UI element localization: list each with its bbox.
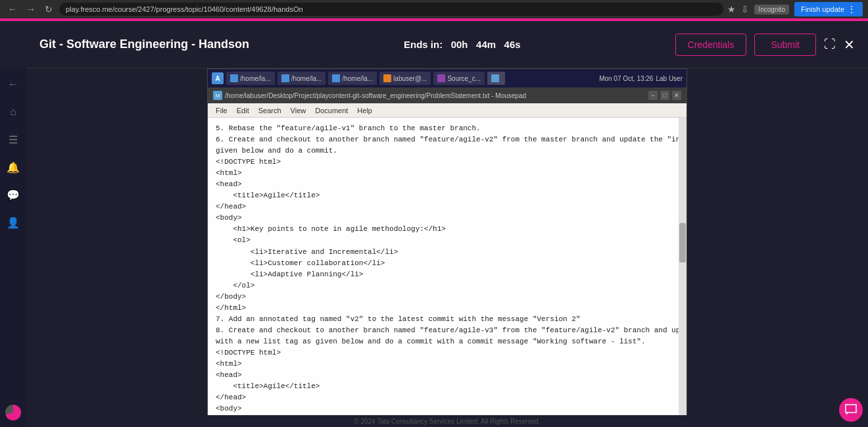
editor-line-9: <title>Agile</title> (216, 190, 673, 201)
editor-line-15: <li>Customer collaboration</li> (216, 258, 673, 269)
back-nav-button[interactable]: ← (5, 3, 20, 16)
close-icon-button[interactable]: ✕ (844, 37, 855, 53)
incognito-badge: Incognito (754, 5, 789, 14)
editor-line-3: 6. Create and checkout to another branch… (216, 134, 673, 145)
vertical-scrollbar[interactable] (679, 118, 687, 427)
editor-line-30: </head> (216, 392, 673, 403)
editor-line-27: <html> (216, 359, 673, 370)
taskbar-app-btn-3[interactable]: /home/la... (328, 72, 377, 85)
expand-icon-button[interactable]: ⛶ (824, 38, 836, 51)
timer-minutes: 44m (476, 39, 496, 50)
app-icon-1 (230, 74, 238, 82)
vm-window: A /home/la... /home/la... /home/la... la… (207, 68, 687, 427)
maximize-button[interactable]: □ (660, 91, 669, 100)
minimize-button[interactable]: − (648, 91, 658, 100)
taskbar-app-btn-2[interactable]: /home/la... (277, 72, 326, 85)
url-bar[interactable]: play.fresco.me/course/2427/progress/topi… (59, 3, 723, 16)
timer-hours: 00h (451, 39, 468, 50)
taskbar-app-label-5: Source_c... (447, 75, 481, 82)
mousepad-window: M /home/labuser/Desktop/Project/playcont… (208, 88, 687, 427)
editor-line-17: </ol> (216, 280, 673, 291)
editor-line-14: <li>Iterative and Incremental</li> (216, 247, 673, 258)
editor-wrapper: 5. Rebase the "feature/agile-v1" branch … (208, 118, 687, 427)
menu-view[interactable]: View (287, 105, 310, 116)
copyright-bar: © 2024 Tata Consultancy Services Limited… (26, 415, 868, 427)
browser-chrome: ← → ↻ play.fresco.me/course/2427/progres… (0, 0, 868, 18)
taskbar-app-btn-4[interactable]: labuser@... (379, 72, 431, 85)
editor-line-24: with a new list tag as given below and d… (216, 336, 673, 347)
menu-search[interactable]: Search (254, 105, 285, 116)
download-icon-button[interactable]: ⇩ (741, 4, 749, 14)
scrollbar-thumb[interactable] (679, 223, 686, 263)
menu-help[interactable]: Help (353, 105, 376, 116)
taskbar-app-btn-1[interactable]: /home/la... (226, 72, 275, 85)
submit-button[interactable]: Submit (754, 34, 816, 56)
sidebar-icon-back[interactable]: ← (4, 75, 22, 93)
forward-nav-button[interactable]: → (24, 3, 38, 16)
taskbar-app-btn-5[interactable]: Source_c... (433, 72, 485, 85)
taskbar-app-label-3: /home/la... (342, 75, 373, 82)
mousepad-menubar: File Edit Search View Document Help (208, 103, 687, 118)
credentials-button[interactable]: Credentials (675, 34, 747, 56)
chat-fab-button[interactable] (839, 398, 863, 422)
vm-taskbar-top: A /home/la... /home/la... /home/la... la… (208, 69, 687, 88)
editor-line-29: <title>Agile</title> (216, 381, 673, 392)
editor-line-1: 5. Rebase the "feature/agile-v1" branch … (216, 123, 673, 134)
editor-line-13: <ol> (216, 235, 673, 246)
taskbar-app-label-4: labuser@... (393, 75, 427, 82)
app-icon-2 (281, 74, 289, 82)
header-actions: Credentials Submit ⛶ ✕ (675, 34, 855, 56)
editor-line-19: </html> (216, 303, 673, 314)
taskbar-app-label-2: /home/la... (291, 75, 322, 82)
sidebar-icon-user[interactable]: 👤 (4, 213, 22, 232)
sidebar-icon-home[interactable]: ⌂ (4, 103, 22, 121)
menu-edit[interactable]: Edit (233, 105, 253, 116)
mousepad-logo: M (213, 91, 222, 100)
taskbar-logo: A (212, 72, 224, 84)
menu-document[interactable]: Document (311, 105, 352, 116)
editor-line-18: </body> (216, 291, 673, 303)
app-icon-5 (437, 74, 445, 82)
editor-line-26: <!DOCTYPE html> (216, 347, 673, 359)
timer-seconds: 46s (504, 39, 521, 50)
main-content: A /home/la... /home/la... /home/la... la… (26, 68, 868, 427)
editor-line-10: </head> (216, 201, 673, 213)
taskbar-time: Mon 07 Oct, 13:26 (599, 75, 653, 82)
taskbar-app-icon-6 (491, 74, 499, 82)
editor-line-11: <body> (216, 213, 673, 224)
editor-line-8: <head> (216, 179, 673, 190)
sidebar-icon-bookmark[interactable]: ☰ (4, 130, 22, 149)
sidebar-icon-notification[interactable]: 🔔 (4, 158, 22, 176)
mousepad-title-text: /home/labuser/Desktop/Project/playconten… (225, 92, 646, 99)
reload-button[interactable]: ↻ (42, 3, 55, 16)
page-title: Git - Software Engineering - Handson (39, 38, 249, 51)
app-container: Git - Software Engineering - Handson End… (0, 21, 868, 427)
menu-file[interactable]: File (212, 105, 231, 116)
timer-display: Ends in: 00h 44m 46s (404, 39, 521, 50)
editor-line-21: 7. Add an annotated tag named "v2" to th… (216, 314, 673, 325)
timer-label: Ends in: (404, 39, 443, 50)
editor-line-4: given below and do a commit. (216, 145, 673, 157)
taskbar-user-icon[interactable]: Lab User (656, 75, 683, 82)
url-text: play.fresco.me/course/2427/progress/topi… (66, 5, 303, 13)
editor-content[interactable]: 5. Rebase the "feature/agile-v1" branch … (208, 118, 687, 427)
taskbar-user-label: Lab User (656, 75, 683, 82)
sidebar-icon-chat[interactable]: 💬 (4, 186, 22, 204)
taskbar-app-btn-6[interactable] (487, 72, 505, 85)
editor-line-28: <head> (216, 370, 673, 381)
sidebar-icon-circle[interactable] (5, 405, 21, 420)
editor-line-12: <h1>Key points to note in agile methodol… (216, 224, 673, 235)
app-icon-4 (383, 74, 391, 82)
editor-line-23: 8. Create and checkout to another branch… (216, 325, 673, 336)
finish-update-button[interactable]: Finish update (794, 2, 863, 16)
app-icon-3 (332, 74, 340, 82)
editor-line-7: <html> (216, 168, 673, 179)
star-icon-button[interactable]: ★ (727, 4, 736, 14)
editor-line-16: <li>Adaptive Planning</li> (216, 269, 673, 280)
close-window-button[interactable]: ✕ (672, 91, 681, 100)
window-controls: − □ ✕ (648, 91, 681, 100)
browser-actions: ★ ⇩ Incognito Finish update (727, 2, 863, 16)
header: Git - Software Engineering - Handson End… (26, 21, 868, 68)
sidebar: ← ⌂ ☰ 🔔 💬 👤 (0, 68, 26, 427)
taskbar-app-label-1: /home/la... (240, 75, 271, 82)
